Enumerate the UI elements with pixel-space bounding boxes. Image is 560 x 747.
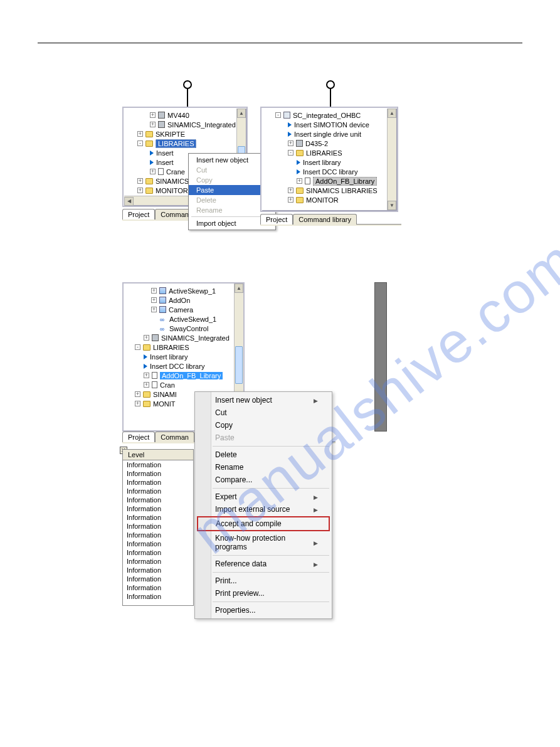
menu-import-external-source[interactable]: Import external source (195, 503, 332, 516)
tree-item-insert-library[interactable]: Insert library (263, 157, 396, 167)
tree-label: MONITOR (306, 196, 339, 204)
link-icon (160, 315, 167, 322)
folder-icon (145, 131, 153, 137)
tree-item-sinamics-integrated[interactable]: +SINAMICS_Integrated (124, 333, 243, 342)
expand-icon[interactable]: + (137, 188, 143, 193)
menu-label: Insert new object (215, 396, 272, 405)
menu-print-preview[interactable]: Print preview... (195, 587, 332, 600)
tree-item-swaycontrol[interactable]: SwayControl (124, 324, 243, 333)
menu-reference-data[interactable]: Reference data (195, 558, 332, 570)
tree-item-skripte[interactable]: +SKRIPTE (125, 129, 245, 139)
tree-item-insert-drive[interactable]: Insert single drive unit (263, 129, 396, 139)
menu-label: Reference data (215, 559, 267, 568)
tree-item-d435[interactable]: +D435-2 (263, 139, 396, 148)
tree-item-insert-library[interactable]: Insert library (124, 352, 243, 361)
tree-item-libraries[interactable]: -LIBRARIES (124, 342, 243, 352)
collapse-icon[interactable]: - (137, 140, 143, 146)
context-menu-c[interactable]: Insert new object Cut Copy Paste Delete … (194, 391, 332, 619)
expand-icon[interactable]: + (144, 335, 149, 341)
tree-item-mv440[interactable]: +MV440 (125, 110, 245, 120)
folder-icon (145, 188, 153, 194)
tree-item-insert-dcc[interactable]: Insert DCC library (263, 167, 396, 176)
menu-insert-new-object[interactable]: Insert new object (195, 394, 332, 406)
expand-icon[interactable]: + (288, 197, 293, 203)
tree-item-monitor[interactable]: +MONITOR (263, 195, 396, 204)
expand-icon[interactable]: + (288, 188, 293, 193)
menu-know-how-protection[interactable]: Know-how protection programs (195, 532, 332, 553)
scroll-left-button[interactable]: ◀ (124, 197, 134, 206)
tree-view-b[interactable]: -SC_integrated_OHBC Insert SIMOTION devi… (260, 107, 398, 212)
scroll-up-button[interactable]: ▲ (388, 109, 396, 118)
tree-item-camera[interactable]: +Camera (124, 305, 243, 314)
tree-item-activeskewp-1[interactable]: +ActiveSkewp_1 (124, 286, 243, 295)
vertical-scrollbar[interactable]: ▲ ▼ (387, 109, 396, 210)
tree-label: MV440 (167, 112, 189, 119)
collapse-icon[interactable]: - (135, 344, 140, 350)
tree-label: Camera (169, 306, 193, 314)
tree-label: Insert single drive unit (294, 130, 361, 138)
scroll-up-button[interactable]: ▲ (237, 109, 246, 118)
expand-icon[interactable]: + (150, 112, 156, 118)
scroll-thumb[interactable] (235, 346, 243, 384)
tree-label: SINAMICS_Integrated (167, 121, 236, 129)
tab-command-library[interactable]: Comman (155, 432, 194, 442)
device-icon (158, 112, 165, 119)
expand-icon[interactable]: + (150, 122, 156, 127)
tab-project[interactable]: Project (260, 214, 293, 225)
tree-item-libraries[interactable]: -LIBRARIES (263, 148, 396, 157)
tree-item-insert-simotion[interactable]: Insert SIMOTION device (263, 120, 396, 129)
expand-icon[interactable]: + (151, 307, 157, 312)
output-row: Information (123, 487, 193, 495)
tree-item-insert-dcc[interactable]: Insert DCC library (124, 361, 243, 371)
tree-item-addon-fb-library[interactable]: +AddOn_FB_Library (263, 176, 396, 186)
collapse-icon[interactable]: - (288, 150, 293, 156)
device-icon (158, 121, 165, 128)
tree-item-root[interactable]: -SC_integrated_OHBC (263, 110, 396, 120)
tree-item-addon[interactable]: +AddOn (124, 295, 243, 305)
tree-item-sinamics-libraries[interactable]: +SINAMICS LIBRARIES (263, 186, 396, 195)
expand-icon[interactable]: + (144, 382, 149, 388)
tab-project[interactable]: Project (122, 432, 155, 442)
menu-compare[interactable]: Compare... (195, 474, 332, 486)
insert-arrow-icon (144, 354, 147, 359)
tab-project[interactable]: Project (122, 209, 155, 220)
menu-print[interactable]: Print... (195, 575, 332, 587)
output-row: Information (123, 583, 193, 592)
tree-item-addon-fb-library[interactable]: +AddOn_FB_Library (124, 371, 243, 380)
menu-cut[interactable]: Cut (195, 406, 332, 419)
expand-icon[interactable]: + (297, 178, 302, 184)
expand-icon[interactable]: + (288, 140, 293, 146)
output-pane[interactable]: Level Information Information Informatio… (122, 449, 194, 606)
menu-accept-and-compile[interactable]: Accept and compile (197, 516, 330, 531)
program-icon (159, 297, 166, 304)
collapse-icon[interactable]: - (275, 112, 281, 118)
scroll-up-button[interactable]: ▲ (235, 283, 243, 293)
menu-rename[interactable]: Rename (195, 461, 332, 474)
output-row: Information (123, 460, 193, 469)
expand-icon[interactable]: + (151, 288, 157, 294)
tree-item-libraries[interactable]: -LIBRARIES (125, 139, 245, 148)
tree-label: ActiveSkewd_1 (169, 315, 216, 323)
insert-arrow-icon (144, 364, 147, 369)
menu-delete[interactable]: Delete (195, 448, 332, 461)
expand-icon[interactable]: + (151, 297, 157, 303)
expand-icon[interactable]: + (144, 373, 149, 378)
output-row: Information (123, 504, 193, 513)
expand-icon[interactable]: + (150, 169, 156, 174)
menu-copy[interactable]: Copy (195, 419, 332, 432)
column-header-level[interactable]: Level (123, 450, 193, 460)
expand-icon[interactable]: + (135, 401, 140, 406)
expand-icon[interactable]: + (137, 178, 143, 184)
tree-label: SKRIPTE (156, 130, 185, 138)
tree-item-activeskewd-1[interactable]: ActiveSkewd_1 (124, 314, 243, 324)
menu-properties[interactable]: Properties... (195, 604, 332, 617)
menu-paste: Paste (195, 432, 332, 444)
tab-command-library[interactable]: Command library (293, 214, 357, 225)
tree-label: ActiveSkewp_1 (169, 287, 216, 295)
tree-item-sinamics-integrated[interactable]: +SINAMICS_Integrated (125, 120, 245, 129)
expand-icon[interactable]: + (135, 391, 140, 397)
tree-item-cran[interactable]: +Cran (124, 380, 243, 389)
expand-icon[interactable]: + (137, 131, 143, 137)
scroll-down-button[interactable]: ▼ (388, 201, 396, 210)
menu-expert[interactable]: Expert (195, 490, 332, 503)
